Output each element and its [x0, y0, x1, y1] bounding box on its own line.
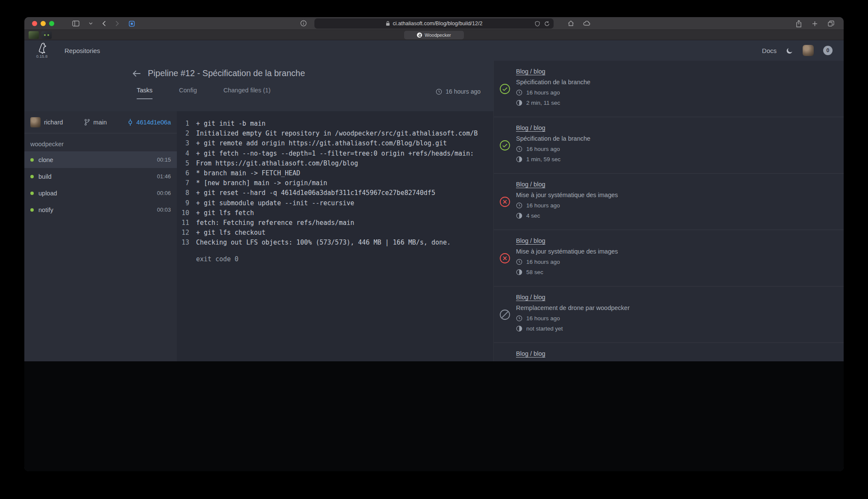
git-commit-icon: [128, 119, 133, 126]
build-message: Remplacement de drone par woodpecker: [516, 361, 833, 361]
info-icon[interactable]: [300, 20, 307, 27]
build-repo-link[interactable]: Blog / blog: [516, 237, 545, 244]
pipeline-step[interactable]: clone 00:15: [24, 151, 177, 168]
home-icon[interactable]: [568, 20, 574, 27]
build-time: 16 hours ago: [516, 146, 833, 152]
build-count-badge[interactable]: 0: [823, 46, 833, 55]
back-arrow-icon[interactable]: [132, 70, 141, 77]
log-line-number: 11: [177, 218, 196, 228]
address-bar[interactable]: ci.athaliasoft.com/Blog/blog/build/12/2: [314, 18, 554, 29]
log-line-text: + git submodule update --init --recursiv…: [196, 198, 354, 208]
content-blocker-icon[interactable]: [535, 21, 540, 27]
build-list-item[interactable]: Blog / blog Remplacement de drone par wo…: [494, 343, 844, 361]
new-tab-icon[interactable]: [812, 21, 818, 27]
step-name: clone: [38, 156, 53, 163]
duration-icon: [516, 325, 522, 332]
tab-label: Tasks: [137, 87, 152, 94]
pipeline-title-row: Pipeline #12 - Spécification de la branc…: [132, 61, 493, 78]
build-repo-link[interactable]: Blog / blog: [516, 68, 545, 75]
zoom-window-button[interactable]: [49, 21, 54, 26]
cloud-icon[interactable]: [583, 21, 590, 26]
sidebar-toggle-icon[interactable]: [72, 21, 79, 27]
author-avatar: [30, 117, 41, 127]
build-repo-link[interactable]: Blog / blog: [516, 294, 545, 301]
active-tab[interactable]: Woodpecker: [404, 31, 464, 39]
build-repo-link[interactable]: Blog / blog: [516, 350, 545, 357]
build-status: [494, 180, 516, 224]
toolbar-right-buttons: [796, 17, 834, 30]
commit-link[interactable]: 4614d1e06a: [128, 119, 171, 126]
close-window-button[interactable]: [32, 21, 37, 26]
build-message: Spécification de la branche: [516, 79, 833, 86]
pipeline-step[interactable]: build 01:46: [24, 168, 177, 185]
back-icon[interactable]: [102, 21, 106, 27]
nav-docs-link[interactable]: Docs: [762, 47, 777, 54]
pinned-tab[interactable]: [29, 31, 39, 39]
log-line-text: From https://git.athaliasoft.com/Blog/bl…: [196, 159, 358, 168]
build-list-item[interactable]: Blog / blog Mise à jour systématique des…: [494, 230, 844, 286]
builds-sidebar[interactable]: Blog / blog Spécification de la branche …: [493, 61, 844, 361]
build-duration: 58 sec: [516, 269, 833, 275]
build-list-item[interactable]: Blog / blog Mise à jour systématique des…: [494, 174, 844, 230]
commit-sha: 4614d1e06a: [136, 119, 171, 126]
app-navbar: 0.15.8 Repositories Docs 0: [24, 40, 844, 61]
step-status-dot: [30, 158, 34, 162]
pipeline-tab[interactable]: Tasks: [137, 87, 152, 99]
page-title: Pipeline #12 - Spécification de la branc…: [148, 68, 305, 78]
reload-icon[interactable]: [544, 21, 550, 27]
duration-icon: [516, 156, 522, 162]
clock-icon: [516, 315, 522, 322]
build-duration-label: 2 min, 11 sec: [526, 100, 560, 106]
log-line-number: 12: [177, 228, 196, 238]
woodpecker-bird-icon: [35, 42, 48, 54]
url-text: ci.athaliasoft.com/Blog/blog/build/12/2: [393, 21, 483, 27]
build-time-label: 16 hours ago: [526, 146, 560, 152]
pinned-tab[interactable]: [41, 31, 52, 39]
pipeline-step[interactable]: notify 00:03: [24, 201, 177, 218]
step-status-dot: [30, 208, 34, 212]
log-line-text: * branch main -> FETCH_HEAD: [196, 168, 300, 178]
clock-icon: [516, 146, 522, 152]
pipeline-tab[interactable]: Config: [179, 87, 197, 99]
tab-overview-icon[interactable]: [828, 21, 834, 27]
pipeline-header: Pipeline #12 - Spécification de la branc…: [24, 61, 493, 111]
log-output[interactable]: 1 + git init -b main 2 Initialized empty…: [177, 111, 493, 361]
log-line-number: 6: [177, 168, 196, 178]
navbar-right: Docs 0: [762, 45, 833, 56]
step-list: clone 00:15 build 01:46 upload 00:06 not…: [24, 151, 177, 218]
log-line: 12 + git lfs checkout: [177, 228, 493, 238]
address-bar-buttons: [535, 18, 550, 29]
start-page-icon[interactable]: [129, 21, 135, 27]
chevron-down-icon[interactable]: [89, 22, 93, 25]
pipeline-step[interactable]: upload 00:06: [24, 185, 177, 201]
build-status: [494, 236, 516, 280]
forward-icon[interactable]: [115, 21, 119, 27]
log-line-text: + git fetch --no-tags --depth=1 --filter…: [196, 149, 474, 159]
build-status: [494, 292, 516, 337]
build-repo-link[interactable]: Blog / blog: [516, 181, 545, 188]
build-details: Blog / blog Remplacement de drone par wo…: [516, 292, 833, 337]
nav-repositories-link[interactable]: Repositories: [65, 47, 100, 54]
clock-icon: [516, 89, 522, 96]
branch: main: [84, 119, 107, 126]
moon-icon[interactable]: [786, 47, 793, 54]
share-icon[interactable]: [796, 20, 802, 27]
user-avatar[interactable]: [803, 45, 814, 56]
build-repo-link[interactable]: Blog / blog: [516, 124, 545, 131]
build-message: Mise à jour systématique des images: [516, 192, 833, 198]
log-line-text: + git lfs checkout: [196, 228, 266, 238]
build-time-label: 16 hours ago: [526, 202, 560, 209]
time-ago-label: 16 hours ago: [446, 88, 481, 95]
build-list-item[interactable]: Blog / blog Spécification de la branche …: [494, 61, 844, 117]
browser-window: ci.athaliasoft.com/Blog/blog/build/12/2: [24, 17, 844, 471]
build-list-item[interactable]: Blog / blog Spécification de la branche …: [494, 117, 844, 174]
woodpecker-favicon: [417, 32, 422, 38]
build-list-item[interactable]: Blog / blog Remplacement de drone par wo…: [494, 286, 844, 343]
log-line-number: 7: [177, 178, 196, 188]
woodpecker-logo[interactable]: 0.15.8: [35, 42, 48, 59]
step-status-dot: [30, 192, 34, 195]
minimize-window-button[interactable]: [41, 21, 46, 26]
step-duration: 01:46: [157, 173, 171, 180]
pipeline-tab[interactable]: Changed files (1): [223, 87, 270, 99]
step-duration: 00:03: [157, 207, 171, 213]
